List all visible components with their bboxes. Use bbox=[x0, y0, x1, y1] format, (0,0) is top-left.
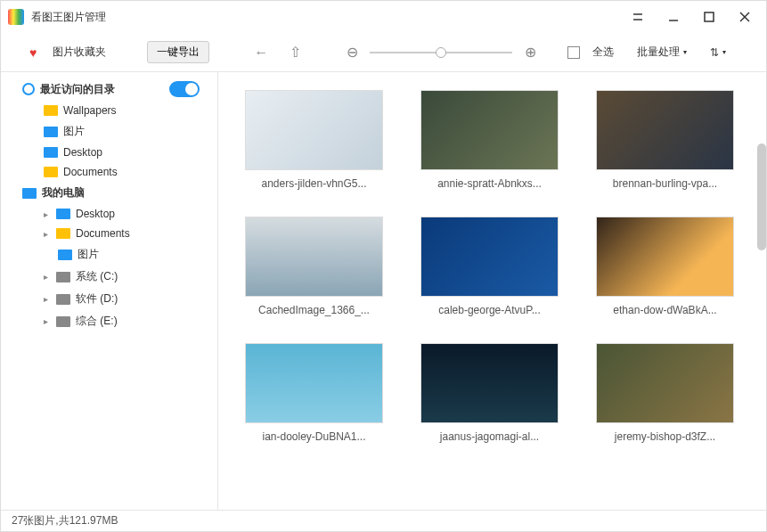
up-button[interactable]: ⇧ bbox=[284, 42, 306, 63]
thumbnail-item[interactable]: CachedImage_1366_... bbox=[245, 217, 383, 316]
content-area: anders-jilden-vhnG5...annie-spratt-Abnkx… bbox=[218, 72, 766, 510]
chevron-down-icon: ▾ bbox=[722, 48, 726, 56]
chevron-down-icon: ▾ bbox=[683, 48, 687, 56]
heart-icon: ♥ bbox=[29, 45, 37, 60]
folder-icon bbox=[44, 105, 58, 116]
thumbnail-image bbox=[420, 343, 559, 423]
thumbnail-image bbox=[596, 90, 734, 170]
thumbnail-image bbox=[245, 217, 383, 297]
thumbnail-label: anders-jilden-vhnG5... bbox=[245, 177, 383, 190]
expand-icon[interactable]: ▸ bbox=[44, 209, 51, 219]
monitor-icon bbox=[22, 188, 37, 199]
thumbnail-item[interactable]: anders-jilden-vhnG5... bbox=[245, 90, 383, 190]
thumbnail-item[interactable]: ian-dooley-DuBNA1... bbox=[245, 343, 383, 443]
thumbnail-image bbox=[245, 343, 383, 423]
zoom-slider-thumb[interactable] bbox=[436, 47, 446, 58]
svg-rect-3 bbox=[705, 12, 714, 21]
thumbnail-label: ian-dooley-DuBNA1... bbox=[245, 430, 383, 443]
status-text: 27张图片,共121.97MB bbox=[12, 513, 118, 528]
thumbnail-item[interactable]: jeremy-bishop-d3fZ... bbox=[596, 343, 734, 443]
sidebar-item-documents[interactable]: Documents bbox=[1, 162, 217, 182]
sidebar-item-pictures-2[interactable]: 图片 bbox=[1, 243, 217, 266]
maximize-button[interactable] bbox=[695, 4, 723, 29]
minimize-button[interactable] bbox=[659, 4, 688, 29]
recent-toggle[interactable] bbox=[169, 81, 200, 97]
sidebar-item-pictures[interactable]: 图片 bbox=[1, 120, 217, 143]
thumbnail-label: caleb-george-AtvuP... bbox=[420, 304, 559, 316]
folder-icon bbox=[44, 167, 58, 177]
batch-dropdown[interactable]: 批量处理 ▾ bbox=[637, 45, 687, 60]
window-title: 看图王图片管理 bbox=[31, 10, 624, 25]
thumbnail-item[interactable]: annie-spratt-Abnkxs... bbox=[420, 90, 559, 190]
picture-icon bbox=[58, 250, 72, 260]
select-all-checkbox[interactable] bbox=[567, 46, 580, 59]
thumbnail-item[interactable]: caleb-george-AtvuP... bbox=[420, 217, 559, 316]
sidebar-item-drive-d[interactable]: ▸软件 (D:) bbox=[1, 288, 217, 310]
thumbnail-label: brennan-burling-vpa... bbox=[596, 177, 734, 190]
drive-icon bbox=[56, 294, 70, 305]
app-icon bbox=[8, 9, 24, 25]
clock-icon bbox=[22, 83, 35, 95]
favorites-label[interactable]: 图片收藏夹 bbox=[53, 45, 106, 60]
picture-icon bbox=[44, 127, 58, 137]
thumbnail-image bbox=[245, 90, 383, 170]
thumbnail-item[interactable]: brennan-burling-vpa... bbox=[596, 90, 734, 190]
drive-icon bbox=[56, 316, 70, 327]
zoom-slider[interactable] bbox=[370, 52, 512, 53]
zoom-out-button[interactable]: ⊖ bbox=[341, 42, 363, 63]
folder-icon bbox=[56, 228, 70, 239]
expand-icon[interactable]: ▸ bbox=[44, 272, 51, 282]
sort-dropdown[interactable]: ⇅ ▾ bbox=[710, 46, 726, 59]
back-button[interactable]: ← bbox=[250, 42, 272, 63]
recent-header[interactable]: 最近访问的目录 bbox=[1, 78, 217, 101]
close-button[interactable] bbox=[730, 4, 759, 29]
thumbnail-label: CachedImage_1366_... bbox=[245, 304, 383, 316]
menu-button[interactable] bbox=[624, 4, 652, 29]
expand-icon[interactable]: ▸ bbox=[44, 294, 51, 304]
sidebar-item-documents-2[interactable]: ▸Documents bbox=[1, 224, 217, 243]
thumbnail-label: jaanus-jagomagi-al... bbox=[420, 430, 559, 443]
expand-icon[interactable]: ▸ bbox=[44, 229, 51, 239]
sidebar-item-drive-e[interactable]: ▸综合 (E:) bbox=[1, 310, 217, 332]
sidebar-item-desktop[interactable]: Desktop bbox=[1, 143, 217, 162]
thumbnail-image bbox=[420, 90, 559, 170]
thumbnail-item[interactable]: ethan-dow-dWaBkA... bbox=[596, 217, 734, 316]
thumbnail-item[interactable]: jaanus-jagomagi-al... bbox=[420, 343, 559, 443]
sort-icon: ⇅ bbox=[710, 46, 719, 59]
export-button[interactable]: 一键导出 bbox=[147, 41, 209, 63]
monitor-icon bbox=[44, 147, 58, 158]
thumbnail-image bbox=[596, 343, 734, 423]
scrollbar[interactable] bbox=[757, 143, 766, 250]
zoom-in-button[interactable]: ⊕ bbox=[519, 42, 541, 63]
thumbnail-label: ethan-dow-dWaBkA... bbox=[596, 304, 734, 316]
thumbnail-image bbox=[596, 217, 734, 297]
expand-icon[interactable]: ▸ bbox=[44, 316, 51, 326]
sidebar-item-drive-c[interactable]: ▸系统 (C:) bbox=[1, 266, 217, 288]
sidebar: 最近访问的目录 Wallpapers 图片 Desktop Documents … bbox=[1, 72, 218, 510]
my-computer-header[interactable]: 我的电脑 bbox=[1, 182, 217, 204]
thumbnail-label: annie-spratt-Abnkxs... bbox=[420, 177, 559, 190]
sidebar-item-wallpapers[interactable]: Wallpapers bbox=[1, 101, 217, 120]
thumbnail-label: jeremy-bishop-d3fZ... bbox=[596, 430, 734, 443]
monitor-icon bbox=[56, 209, 70, 219]
select-all-label: 全选 bbox=[592, 45, 614, 60]
thumbnail-image bbox=[420, 217, 559, 297]
sidebar-item-desktop-2[interactable]: ▸Desktop bbox=[1, 204, 217, 224]
drive-icon bbox=[56, 272, 70, 282]
